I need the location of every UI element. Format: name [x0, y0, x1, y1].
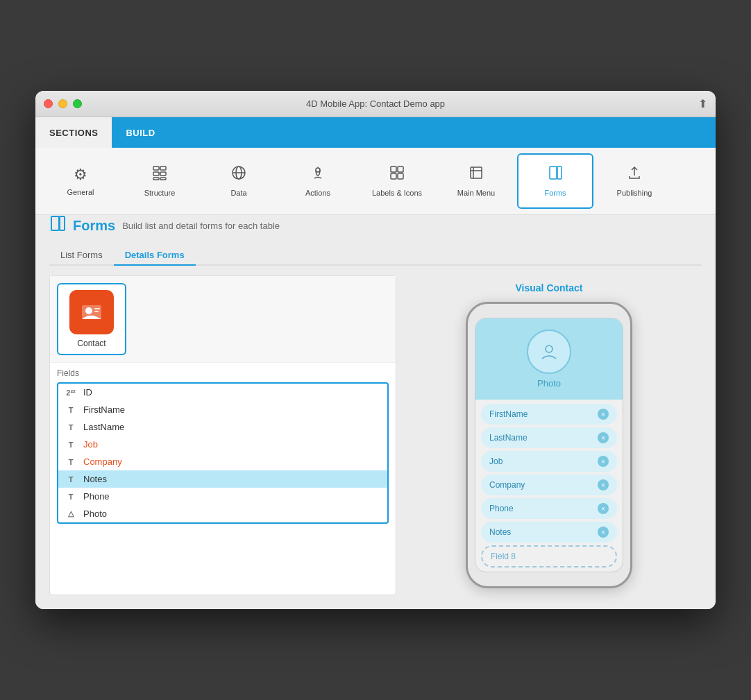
svg-point-9: [316, 168, 320, 172]
toolbar-publishing-label: Publishing: [617, 189, 652, 197]
toolbar-forms[interactable]: Forms: [517, 153, 593, 209]
phone-field-job[interactable]: Job ×: [481, 451, 617, 472]
svg-rect-18: [557, 167, 562, 179]
section-title: Forms: [73, 218, 115, 234]
phone-field-firstname-label: FirstName: [489, 409, 528, 419]
toolbar-structure[interactable]: Structure: [121, 153, 198, 209]
toolbar-actions-label: Actions: [305, 189, 330, 197]
phone-field-field8-label: Field 8: [491, 552, 516, 561]
actions-icon: [310, 165, 326, 185]
data-icon: [231, 165, 246, 185]
phone-field-phone-label: Phone: [489, 504, 514, 513]
phone-field-lastname-remove[interactable]: ×: [598, 432, 609, 443]
toolbar-general[interactable]: ⚙ General: [42, 153, 119, 209]
toolbar-data[interactable]: Data: [201, 153, 277, 209]
nav-build-button[interactable]: BUILD: [112, 117, 169, 148]
field-item-firstname[interactable]: T FirstName: [58, 401, 387, 418]
svg-rect-5: [160, 178, 166, 180]
close-button[interactable]: [44, 99, 53, 108]
field-type-icon-company: T: [64, 458, 78, 466]
svg-rect-23: [94, 308, 100, 309]
phone-field-company-label: Company: [489, 480, 525, 490]
phone-field-job-label: Job: [489, 456, 503, 466]
toolbar-data-label: Data: [230, 189, 246, 197]
main-content: Forms Build list and detail forms for ea…: [35, 215, 716, 609]
field-name-id: ID: [83, 387, 92, 398]
contact-form-card-icon: [69, 290, 114, 334]
phone-field-phone-remove[interactable]: ×: [598, 503, 609, 514]
phone-field-field8[interactable]: Field 8: [481, 545, 617, 567]
toolbar-main-menu[interactable]: Main Menu: [438, 153, 514, 209]
toolbar-general-label: General: [67, 188, 94, 196]
phone-field-phone[interactable]: Phone ×: [481, 498, 617, 519]
field-type-icon-firstname: T: [64, 406, 78, 414]
right-panel: Visual Contact Photo: [396, 275, 702, 595]
field-name-lastname: LastName: [83, 422, 124, 432]
field-type-icon-phone: T: [64, 493, 78, 501]
phone-field-company-remove[interactable]: ×: [598, 479, 609, 490]
svg-rect-19: [51, 216, 59, 230]
field-item-photo[interactable]: △ Photo: [58, 505, 387, 522]
forms-icon: [548, 165, 563, 185]
phone-screen: Photo FirstName × LastName ×: [475, 318, 623, 572]
phone-field-lastname[interactable]: LastName ×: [481, 427, 617, 448]
phone-field-notes-remove[interactable]: ×: [598, 527, 609, 538]
toolbar-actions[interactable]: Actions: [280, 153, 356, 209]
window-title: 4D Mobile App: Contact Demo app: [306, 99, 445, 109]
field-name-company: Company: [83, 456, 122, 467]
field-item-job[interactable]: T Job: [58, 436, 387, 453]
field-name-firstname: FirstName: [83, 404, 125, 415]
toolbar-main-menu-label: Main Menu: [457, 189, 495, 197]
toolbar: ⚙ General Structure: [35, 148, 716, 215]
field-item-company[interactable]: T Company: [58, 453, 387, 470]
phone-field-firstname-remove[interactable]: ×: [598, 409, 609, 420]
contact-form-label: Contact: [77, 339, 106, 348]
tab-details-forms[interactable]: Details Forms: [114, 246, 196, 266]
field-type-icon-job: T: [64, 441, 78, 449]
svg-rect-24: [94, 311, 99, 312]
toolbar-labels-icons-label: Labels & Icons: [372, 189, 422, 197]
svg-rect-14: [471, 167, 482, 178]
app-window: 4D Mobile App: Contact Demo app ⬆ SECTIO…: [35, 91, 716, 609]
phone-field-job-remove[interactable]: ×: [598, 456, 609, 467]
upload-icon[interactable]: ⬆: [698, 97, 707, 110]
phone-field-company[interactable]: Company ×: [481, 475, 617, 495]
toolbar-publishing[interactable]: Publishing: [596, 153, 673, 209]
field-item-phone[interactable]: T Phone: [58, 488, 387, 505]
svg-rect-3: [160, 172, 166, 176]
svg-rect-11: [398, 167, 403, 172]
field-type-icon-photo: △: [64, 509, 78, 518]
section-description: Build list and detail forms for each tab…: [122, 221, 280, 231]
nav-sections-button[interactable]: SECTIONS: [35, 117, 112, 148]
publishing-icon: [627, 165, 642, 185]
maximize-button[interactable]: [73, 99, 82, 108]
section-forms-icon: [49, 215, 66, 236]
field-name-notes: Notes: [83, 474, 107, 484]
phone-field-firstname[interactable]: FirstName ×: [481, 404, 617, 425]
toolbar-forms-label: Forms: [544, 189, 566, 197]
svg-rect-17: [550, 167, 557, 179]
toolbar-labels-icons[interactable]: Labels & Icons: [359, 153, 435, 209]
phone-field-notes[interactable]: Notes ×: [481, 522, 617, 543]
phone-fields: FirstName × LastName × Job ×: [475, 400, 623, 572]
field-name-phone: Phone: [83, 491, 110, 502]
svg-rect-12: [391, 173, 396, 179]
svg-rect-2: [153, 172, 159, 176]
field-type-icon-notes: T: [64, 475, 78, 484]
field-item-id[interactable]: 2²² ID: [58, 384, 387, 401]
field-name-job: Job: [83, 439, 98, 450]
nav-spacer: [169, 117, 716, 148]
form-card-area: Contact: [50, 276, 396, 363]
field-item-notes[interactable]: T Notes: [58, 470, 387, 488]
field-item-lastname[interactable]: T LastName: [58, 418, 387, 436]
traffic-lights: [44, 99, 82, 108]
svg-point-22: [85, 307, 92, 314]
main-menu-icon: [469, 165, 484, 185]
svg-rect-10: [391, 167, 396, 172]
top-nav: SECTIONS BUILD: [35, 117, 716, 148]
tab-list-forms[interactable]: List Forms: [49, 246, 114, 266]
minimize-button[interactable]: [58, 99, 67, 108]
phone-header: Photo: [475, 318, 623, 400]
contact-form-card[interactable]: Contact: [57, 283, 126, 355]
svg-point-25: [546, 345, 552, 352]
